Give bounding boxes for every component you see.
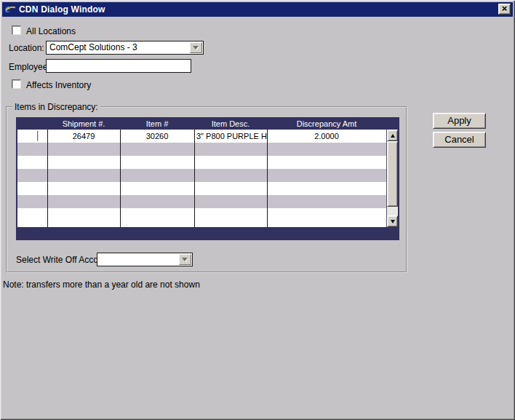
location-dropdown[interactable]: ComCept Solutions - 3 (46, 41, 204, 55)
table-empty-row (17, 143, 386, 156)
chevron-down-icon (193, 46, 199, 50)
column-header-shipment: Shipment #. (47, 119, 120, 130)
write-off-dropdown-arrow[interactable] (179, 254, 191, 265)
table-header-row: Shipment #. Item # Item Desc. Discrepanc… (17, 119, 398, 130)
employee-label: Employee (9, 62, 47, 72)
table-body: 26479 30260 3" P800 PURPLE HO 2.0000 (17, 130, 386, 227)
dialog-window: e CDN Dialog Window × All Locations Loca… (0, 0, 515, 420)
item-cell: 30260 (120, 130, 194, 143)
column-header-desc: Item Desc. (194, 119, 267, 130)
row-checkbox[interactable] (37, 131, 39, 141)
shipment-cell: 26479 (47, 130, 120, 143)
arrow-down-icon (391, 220, 395, 223)
arrow-up-icon (391, 134, 395, 138)
column-header-select (17, 119, 47, 130)
location-value: ComCept Solutions - 3 (49, 41, 188, 54)
column-divider (194, 130, 195, 227)
employee-field[interactable] (46, 59, 191, 73)
column-header-item: Item # (120, 119, 194, 130)
cancel-button[interactable]: Cancel (433, 132, 486, 148)
title-bar[interactable]: e CDN Dialog Window × (2, 2, 513, 17)
discrepancy-table: Shipment #. Item # Item Desc. Discrepanc… (16, 117, 399, 240)
row-select-cell (17, 130, 47, 143)
scrollbar-down-button[interactable] (387, 215, 398, 227)
column-divider (267, 130, 268, 227)
table-footer-bar (17, 227, 398, 239)
chevron-down-icon (182, 258, 188, 262)
table-empty-row (17, 169, 386, 182)
window-title: CDN Dialog Window (19, 4, 105, 15)
location-label: Location: (9, 43, 44, 53)
apply-button[interactable]: Apply (433, 113, 486, 129)
write-off-value (100, 253, 177, 266)
write-off-dropdown[interactable] (97, 253, 193, 266)
affects-inventory-checkbox[interactable] (12, 79, 21, 89)
all-locations-label: All Locations (26, 26, 76, 36)
column-divider (47, 130, 48, 227)
column-header-amt: Discrepancy Amt (267, 119, 386, 130)
ie-logo-icon: e (4, 4, 16, 15)
note-text: Note: transfers more than a year old are… (3, 280, 200, 290)
scrollbar-thumb[interactable] (387, 141, 398, 207)
table-empty-row (17, 195, 386, 208)
ie-logo-glyph: e (5, 2, 10, 15)
table-row[interactable]: 26479 30260 3" P800 PURPLE HO 2.0000 (17, 130, 386, 143)
location-dropdown-arrow[interactable] (190, 42, 202, 53)
all-locations-checkbox[interactable] (12, 25, 21, 35)
group-label: Items in Discrepancy: (12, 102, 100, 112)
affects-inventory-label: Affects Inventory (26, 80, 91, 90)
close-button[interactable]: × (498, 4, 511, 15)
vertical-scrollbar[interactable] (386, 130, 398, 227)
amt-cell: 2.0000 (267, 130, 386, 143)
items-in-discrepancy-group: Items in Discrepancy: Shipment #. Item #… (6, 106, 407, 273)
column-divider (120, 130, 121, 227)
scrollbar-track[interactable] (387, 207, 398, 215)
desc-cell: 3" P800 PURPLE HO (194, 130, 267, 143)
scrollbar-up-button[interactable] (387, 130, 398, 141)
